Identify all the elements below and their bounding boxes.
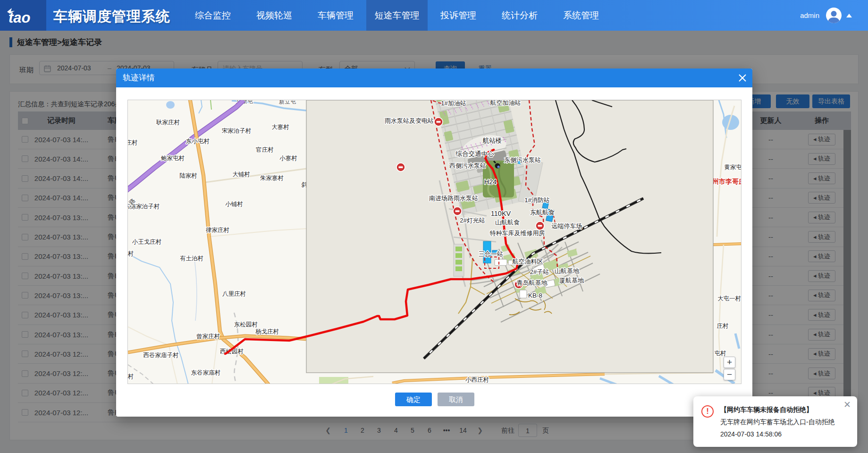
svg-text:村: 村	[128, 373, 134, 380]
svg-text:官庄村: 官庄村	[256, 146, 274, 153]
svg-text:杨戈庄村: 杨戈庄村	[255, 328, 279, 335]
svg-text:航站楼: 航站楼	[482, 137, 502, 144]
svg-text:朱家寨村: 朱家寨村	[260, 175, 284, 181]
svg-text:律家庄村: 律家庄村	[206, 227, 229, 233]
svg-text:新立屯: 新立屯	[279, 100, 296, 105]
svg-text:南进场路雨水泵站: 南进场路雨水泵站	[429, 195, 478, 202]
svg-text:鲍家屯村: 鲍家屯村	[160, 155, 185, 162]
svg-text:西谷家庙子村: 西谷家庙子村	[143, 352, 179, 359]
svg-text:小寨村: 小寨村	[279, 155, 297, 162]
svg-text:大屯一村: 大屯一村	[717, 295, 741, 302]
svg-text:西侧污水泵站: 西侧污水泵站	[449, 162, 486, 169]
svg-text:小王戈庄村: 小王戈庄村	[132, 239, 162, 245]
svg-text:庄村: 庄村	[128, 139, 138, 146]
svg-text:特种车库及维修用房: 特种车库及维修用房	[490, 230, 545, 237]
svg-text:山航航食: 山航航食	[495, 219, 520, 226]
svg-text:曾家庄村: 曾家庄村	[196, 333, 220, 340]
svg-text:耿家庄村: 耿家庄村	[156, 119, 180, 126]
svg-text:2#子站: 2#子站	[530, 268, 549, 275]
svg-text:110KV: 110KV	[491, 210, 511, 217]
svg-text:东小屯村: 东小屯村	[186, 138, 210, 145]
svg-text:1#加油站: 1#加油站	[441, 100, 466, 107]
svg-text:八里庄村: 八里庄村	[222, 291, 246, 297]
svg-text:大寨村: 大寨村	[271, 124, 289, 130]
svg-text:三合一站: 三合一站	[479, 250, 503, 257]
svg-text:厦航基地: 厦航基地	[559, 277, 584, 284]
svg-text:黄家屯: 黄家屯	[724, 164, 742, 171]
svg-text:东航航食: 东航航食	[530, 209, 555, 216]
svg-text:陆家村: 陆家村	[179, 172, 197, 179]
svg-text:庄村: 庄村	[717, 323, 729, 329]
svg-text:2#灯光站: 2#灯光站	[460, 217, 485, 224]
svg-text:东谷家庙村: 东谷家庙村	[191, 369, 221, 376]
svg-text:山航基地: 山航基地	[555, 267, 580, 274]
svg-text:青岛航基地: 青岛航基地	[517, 279, 548, 286]
svg-text:东松园村: 东松园村	[234, 321, 258, 328]
svg-text:有土泊村: 有土泊村	[180, 255, 203, 262]
svg-text:陈家泊子村: 陈家泊子村	[130, 203, 160, 210]
svg-text:tao: tao	[8, 9, 31, 26]
svg-text:KB-8: KB-8	[528, 292, 542, 299]
svg-text:东侧污水泵站: 东侧污水泵站	[504, 156, 541, 163]
svg-text:远端停车场: 远端停车场	[552, 222, 582, 230]
svg-text:1#消防站: 1#消防站	[524, 197, 549, 204]
svg-text:大铺村: 大铺村	[232, 171, 250, 178]
svg-text:小西庄村: 小西庄村	[465, 376, 489, 383]
svg-text:村: 村	[128, 250, 134, 257]
svg-text:H24: H24	[484, 178, 497, 186]
svg-text:航空油料区: 航空油料区	[512, 258, 543, 265]
svg-text:雨水泵站及变电站: 雨水泵站及变电站	[385, 117, 434, 124]
svg-text:州市李哥庄: 州市李哥庄	[712, 178, 742, 185]
svg-text:小铺村: 小铺村	[225, 201, 243, 207]
svg-text:宋家泊子村: 宋家泊子村	[222, 128, 252, 134]
svg-text:航空加油站: 航空加油站	[490, 100, 521, 106]
svg-text:综合交通中心: 综合交通中心	[455, 150, 495, 157]
